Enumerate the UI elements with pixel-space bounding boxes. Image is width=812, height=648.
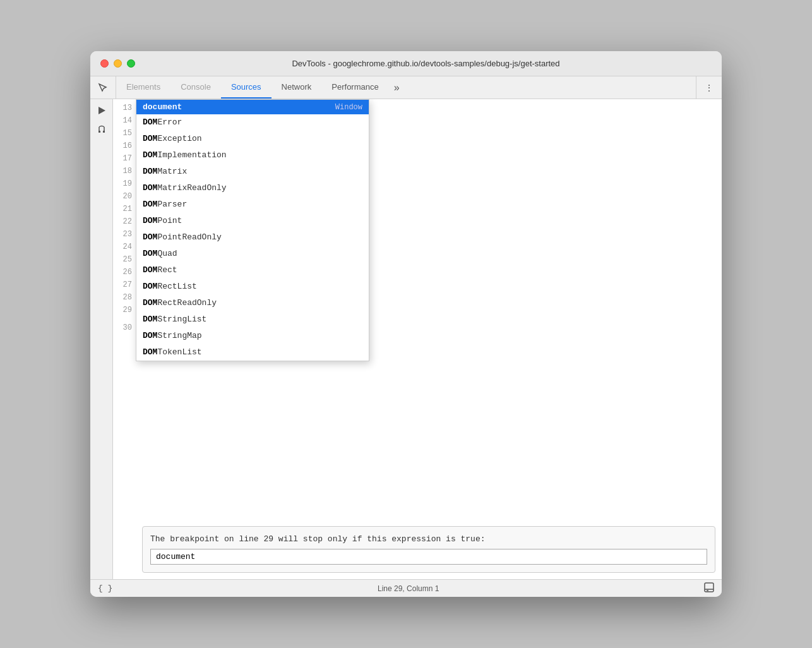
toolbar-end: ⋮ (696, 76, 722, 99)
side-toolbar (90, 99, 113, 579)
autocomplete-selected-type: Window (329, 100, 369, 114)
ac-item-domrectlist[interactable]: DOMRectList (136, 279, 369, 295)
format-braces[interactable]: { } (98, 584, 112, 593)
window-title: DevTools - googlechrome.github.io/devtoo… (140, 59, 712, 68)
ac-item-dommatrixreadonly[interactable]: DOMMatrixReadOnly (136, 180, 369, 196)
ac-item-dommatrix[interactable]: DOMMatrix (136, 164, 369, 180)
ac-item-domquad[interactable]: DOMQuad (136, 246, 369, 262)
autocomplete-selected-item: document (136, 100, 329, 114)
main-area: document Window DOMError DOMException DO… (90, 99, 722, 579)
tab-performance[interactable]: Performance (321, 76, 388, 99)
ac-item-domimplementation[interactable]: DOMImplementation (136, 147, 369, 164)
toolbar-left (90, 76, 116, 99)
status-bar: { } Line 29, Column 1 (90, 579, 722, 597)
main-toolbar: Elements Console Sources Network Perform… (90, 76, 722, 99)
code-area: document Window DOMError DOMException DO… (113, 99, 722, 579)
title-bar: DevTools - googlechrome.github.io/devtoo… (90, 51, 722, 76)
svg-rect-3 (705, 583, 713, 592)
ac-item-dompoint[interactable]: DOMPoint (136, 213, 369, 229)
ac-item-domparser[interactable]: DOMParser (136, 196, 369, 213)
tab-sources[interactable]: Sources (221, 76, 272, 99)
ac-item-domrect[interactable]: DOMRect (136, 262, 369, 279)
step-over-icon[interactable] (93, 121, 110, 138)
ac-item-domrectreadonly[interactable]: DOMRectReadOnly (136, 295, 369, 311)
devtools-window: DevTools - googlechrome.github.io/devtoo… (90, 51, 722, 597)
autocomplete-dropdown[interactable]: document Window DOMError DOMException DO… (136, 99, 369, 361)
ac-item-domtokenlist[interactable]: DOMTokenList (136, 344, 369, 361)
ac-item-domstringmap[interactable]: DOMStringMap (136, 328, 369, 344)
ac-item-dompointreadonly[interactable]: DOMPointReadOnly (136, 229, 369, 246)
svg-marker-0 (99, 107, 105, 114)
svg-rect-1 (99, 131, 100, 133)
svg-rect-2 (103, 131, 105, 133)
tab-elements[interactable]: Elements (116, 76, 170, 99)
breakpoint-condition-input[interactable] (150, 549, 707, 565)
ac-item-domstringlist[interactable]: DOMStringList (136, 311, 369, 328)
console-toggle-icon[interactable] (704, 582, 714, 594)
minimize-button[interactable] (114, 59, 122, 68)
status-left: { } (98, 584, 112, 593)
close-button[interactable] (100, 59, 109, 68)
inspect-icon[interactable] (95, 80, 110, 95)
maximize-button[interactable] (127, 59, 135, 68)
tab-network[interactable]: Network (272, 76, 322, 99)
more-tabs-icon[interactable]: » (389, 76, 405, 99)
cursor-position: Line 29, Column 1 (378, 584, 439, 593)
tab-list: Elements Console Sources Network Perform… (116, 76, 696, 99)
breakpoint-message: The breakpoint on line 29 will stop only… (150, 534, 707, 544)
pause-icon[interactable] (93, 102, 110, 119)
autocomplete-header: document Window (136, 100, 369, 114)
menu-icon[interactable]: ⋮ (702, 80, 717, 95)
ac-item-domerror[interactable]: DOMError (136, 114, 369, 131)
ac-item-domexception[interactable]: DOMException (136, 131, 369, 147)
breakpoint-tooltip: The breakpoint on line 29 will stop only… (142, 526, 715, 573)
tab-console[interactable]: Console (170, 76, 221, 99)
